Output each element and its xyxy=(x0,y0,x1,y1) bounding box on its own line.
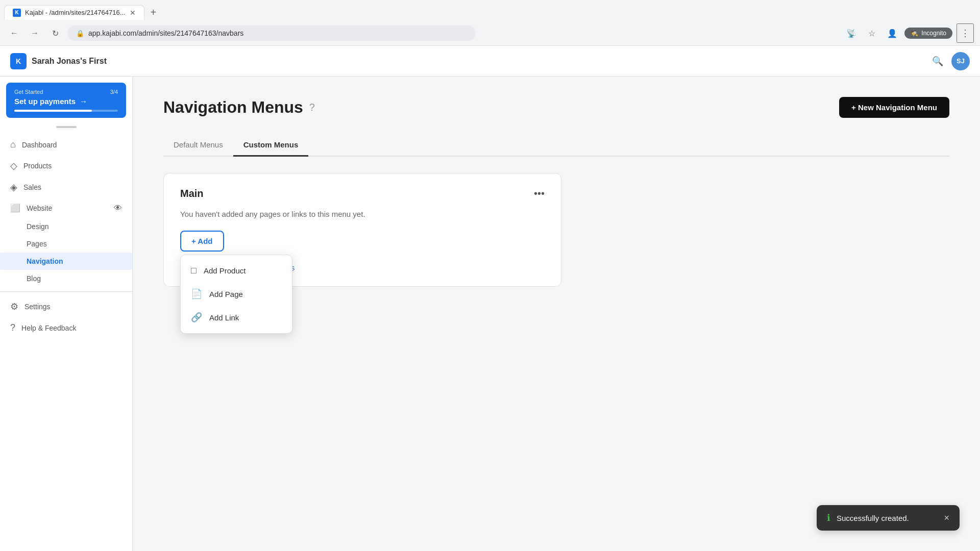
tabs: Default Menus Custom Menus xyxy=(163,134,949,157)
add-link-item[interactable]: 🔗 Add Link xyxy=(181,306,292,329)
sidebar-item-products[interactable]: ◇ Products xyxy=(0,155,132,177)
add-page-label: Add Page xyxy=(209,290,243,298)
scroll-indicator xyxy=(0,124,132,130)
add-product-item[interactable]: □ Add Product xyxy=(181,259,292,282)
toast-message: Successfully created. xyxy=(837,514,909,522)
bookmark-icon[interactable]: ☆ xyxy=(864,25,880,41)
toast-notification: ℹ Successfully created. × xyxy=(817,505,960,531)
add-button[interactable]: + Add xyxy=(180,231,224,252)
address-bar[interactable]: 🔒 app.kajabi.com/admin/sites/2147647163/… xyxy=(67,26,476,41)
menu-card-header: Main ••• xyxy=(180,188,545,199)
sidebar-nav: ⌂ Dashboard ◇ Products ◈ Sales ⬜ Website xyxy=(0,130,132,342)
add-product-label: Add Product xyxy=(204,266,246,275)
more-options-button[interactable]: ••• xyxy=(534,188,545,199)
profile-icon[interactable]: 👤 xyxy=(884,25,900,41)
browser-tabs: K Kajabi - /admin/sites/214764716... ✕ + xyxy=(0,0,980,20)
page-dropdown-icon: 📄 xyxy=(191,288,202,299)
sidebar-item-pages[interactable]: Pages xyxy=(0,235,132,253)
tab-default-menus[interactable]: Default Menus xyxy=(163,134,233,157)
page-title-row: Navigation Menus ? xyxy=(163,98,315,117)
browser-toolbar: ← → ↻ 🔒 app.kajabi.com/admin/sites/21476… xyxy=(0,20,980,46)
reload-button[interactable]: ↻ xyxy=(47,25,63,41)
sidebar-item-blog[interactable]: Blog xyxy=(0,270,132,287)
app-site-name: Sarah Jonas's First xyxy=(32,57,107,66)
avatar: SJ xyxy=(951,52,970,70)
add-page-item[interactable]: 📄 Add Page xyxy=(181,282,292,306)
sidebar-divider xyxy=(0,291,132,292)
sidebar-label-design: Design xyxy=(27,222,49,231)
add-link-label: Add Link xyxy=(209,313,239,322)
sidebar-label-website: Website xyxy=(27,204,52,212)
browser-actions: 📡 ☆ 👤 🕵 Incognito ⋮ xyxy=(843,23,974,43)
add-button-wrapper: + Add □ Add Product 📄 Add Page 🔗 xyxy=(180,231,224,252)
sidebar-label-help: Help & Feedback xyxy=(21,324,76,332)
sidebar-label-sales: Sales xyxy=(23,183,41,191)
menu-card-title: Main xyxy=(180,188,204,199)
tab-title: Kajabi - /admin/sites/214764716... xyxy=(25,9,126,16)
products-icon: ◇ xyxy=(10,160,17,171)
incognito-badge: 🕵 Incognito xyxy=(904,28,952,39)
back-button[interactable]: ← xyxy=(6,25,22,41)
app-logo-icon: K xyxy=(10,53,27,69)
sales-icon: ◈ xyxy=(10,182,17,193)
tab-custom-menus[interactable]: Custom Menus xyxy=(233,134,309,157)
link-dropdown-icon: 🔗 xyxy=(191,312,202,323)
progress-bar xyxy=(14,110,118,112)
page-title: Navigation Menus xyxy=(163,98,303,117)
dashboard-icon: ⌂ xyxy=(10,139,16,150)
tab-close-button[interactable]: ✕ xyxy=(130,9,136,17)
search-button[interactable]: 🔍 xyxy=(932,56,943,67)
header-right: 🔍 SJ xyxy=(932,52,970,70)
forward-button[interactable]: → xyxy=(27,25,43,41)
sidebar-label-dashboard: Dashboard xyxy=(22,141,57,149)
app-logo: K Sarah Jonas's First xyxy=(10,53,107,69)
website-left: ⬜ Website xyxy=(10,203,52,213)
app: K Sarah Jonas's First 🔍 SJ Get Started 3… xyxy=(0,46,980,551)
scroll-thumb xyxy=(56,126,77,128)
page-content: Navigation Menus ? + New Navigation Menu… xyxy=(133,77,980,551)
sidebar-label-blog: Blog xyxy=(27,274,41,283)
website-eye-button[interactable]: 👁 xyxy=(114,204,122,213)
get-started-banner[interactable]: Get Started 3/4 Set up payments → xyxy=(6,83,126,118)
incognito-hat-icon: 🕵 xyxy=(911,30,918,37)
toast-close-button[interactable]: × xyxy=(944,513,949,523)
product-dropdown-icon: □ xyxy=(191,265,197,276)
sidebar-item-dashboard[interactable]: ⌂ Dashboard xyxy=(0,134,132,155)
sidebar-item-sales[interactable]: ◈ Sales xyxy=(0,177,132,198)
sidebar: Get Started 3/4 Set up payments → ⌂ Das xyxy=(0,77,133,551)
get-started-title: Set up payments → xyxy=(14,97,118,106)
tab-favicon: K xyxy=(13,9,21,17)
new-tab-button[interactable]: + xyxy=(146,5,161,20)
incognito-label: Incognito xyxy=(921,30,946,37)
app-header: K Sarah Jonas's First 🔍 SJ xyxy=(0,46,980,77)
cast-icon[interactable]: 📡 xyxy=(843,25,860,41)
address-text: app.kajabi.com/admin/sites/2147647163/na… xyxy=(88,29,243,37)
progress-fill xyxy=(14,110,92,112)
browser-chrome: K Kajabi - /admin/sites/214764716... ✕ +… xyxy=(0,0,980,46)
sidebar-item-navigation[interactable]: Navigation xyxy=(0,253,132,270)
website-icon: ⬜ xyxy=(10,203,20,213)
empty-state-text: You haven't added any pages or links to … xyxy=(180,210,545,218)
sidebar-item-design[interactable]: Design xyxy=(0,218,132,235)
sidebar-item-settings[interactable]: ⚙ Settings xyxy=(0,296,132,317)
sidebar-item-website[interactable]: ⬜ Website 👁 xyxy=(0,198,132,218)
sidebar-item-help[interactable]: ? Help & Feedback xyxy=(0,317,132,338)
add-dropdown-menu: □ Add Product 📄 Add Page 🔗 Add Link xyxy=(180,255,292,334)
lock-icon: 🔒 xyxy=(76,30,84,37)
page-header: Navigation Menus ? + New Navigation Menu xyxy=(163,97,949,118)
sidebar-label-settings: Settings xyxy=(24,303,51,311)
sidebar-label-pages: Pages xyxy=(27,240,47,248)
main-layout: Get Started 3/4 Set up payments → ⌂ Das xyxy=(0,77,980,551)
browser-menu-button[interactable]: ⋮ xyxy=(957,23,974,43)
sidebar-label-products: Products xyxy=(23,162,52,170)
menu-card: Main ••• You haven't added any pages or … xyxy=(163,173,561,287)
page-help-icon[interactable]: ? xyxy=(309,102,315,113)
toast-icon: ℹ xyxy=(827,512,830,523)
new-navigation-menu-button[interactable]: + New Navigation Menu xyxy=(839,97,949,118)
active-tab[interactable]: K Kajabi - /admin/sites/214764716... ✕ xyxy=(4,5,144,20)
get-started-label: Get Started 3/4 xyxy=(14,89,118,95)
settings-icon: ⚙ xyxy=(10,301,18,312)
sidebar-label-navigation: Navigation xyxy=(27,257,63,265)
help-icon: ? xyxy=(10,322,15,333)
